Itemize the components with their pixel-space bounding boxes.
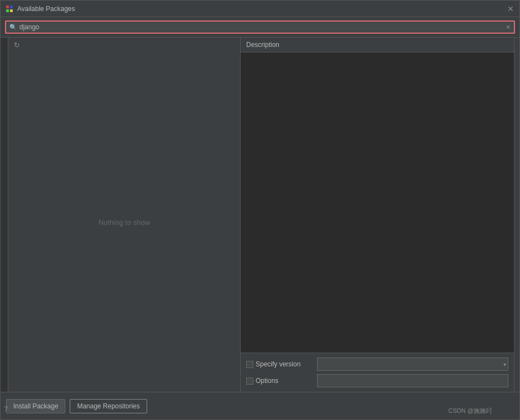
- search-input[interactable]: [19, 23, 511, 31]
- footer: Install Package Manage Repositories CSDN…: [1, 392, 519, 419]
- version-select[interactable]: [317, 358, 508, 371]
- search-input-wrapper: 🔍 ✕: [5, 20, 515, 34]
- empty-message: Nothing to show: [98, 218, 150, 227]
- refresh-button[interactable]: ↻: [13, 40, 21, 50]
- main-content: ↻ Nothing to show Description: [1, 38, 519, 392]
- install-package-button[interactable]: Install Package: [6, 399, 65, 413]
- refresh-area: ↻: [8, 38, 240, 53]
- specify-version-row: Specify version ▾: [246, 358, 508, 371]
- description-label: Description: [246, 41, 279, 49]
- window-title: Available Packages: [17, 5, 75, 13]
- manage-repositories-button[interactable]: Manage Repositories: [70, 399, 147, 413]
- available-packages-window: Available Packages ✕ 🔍 ✕ ↻ Nothing to sh…: [0, 0, 520, 420]
- svg-rect-3: [10, 9, 13, 12]
- search-icon: 🔍: [9, 24, 17, 31]
- right-scrollbar[interactable]: [514, 38, 519, 392]
- specify-version-label: Specify version: [256, 360, 300, 368]
- watermark: CSDN @施施叼: [449, 407, 492, 415]
- specify-version-checkbox[interactable]: [246, 361, 253, 368]
- title-bar-left: Available Packages: [5, 4, 75, 13]
- options-checkbox[interactable]: [246, 377, 253, 385]
- svg-rect-1: [10, 6, 13, 8]
- app-icon: [5, 4, 14, 13]
- specify-version-checkbox-wrapper: Specify version: [246, 360, 313, 368]
- options-checkbox-wrapper: Options: [246, 377, 313, 385]
- options-input[interactable]: [317, 374, 508, 387]
- close-button[interactable]: ✕: [506, 4, 515, 13]
- clear-search-button[interactable]: ✕: [506, 24, 511, 31]
- description-options: Specify version ▾ Options: [241, 353, 514, 392]
- title-bar: Available Packages ✕: [1, 1, 519, 17]
- footer-buttons: Install Package Manage Repositories: [6, 399, 514, 413]
- packages-list-empty: Nothing to show: [8, 53, 240, 392]
- description-header: Description: [241, 38, 514, 53]
- options-row: Options: [246, 374, 508, 387]
- svg-rect-2: [6, 9, 9, 12]
- content-area: ↻ Nothing to show Description: [8, 38, 519, 392]
- version-select-wrapper: ▾: [317, 358, 508, 371]
- svg-rect-0: [6, 6, 9, 8]
- help-icon[interactable]: ?: [4, 405, 8, 413]
- search-bar: 🔍 ✕: [1, 17, 519, 38]
- description-content: [241, 53, 514, 353]
- left-sidebar: [1, 38, 8, 392]
- packages-panel: ↻ Nothing to show: [8, 38, 241, 392]
- description-panel: Description Specify version: [241, 38, 514, 392]
- options-label: Options: [256, 377, 278, 385]
